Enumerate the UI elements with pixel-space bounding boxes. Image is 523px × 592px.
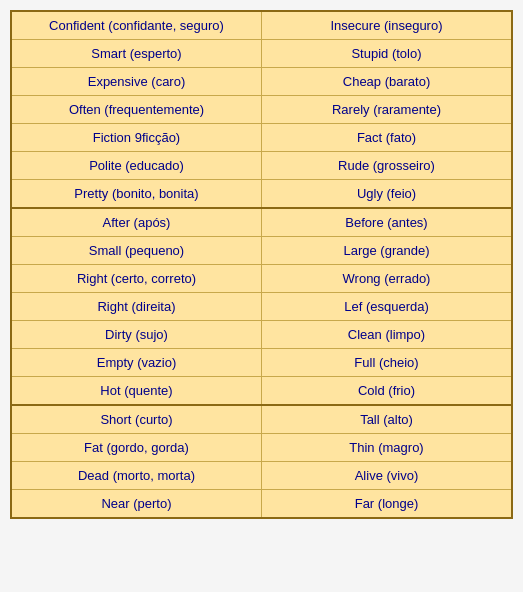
right-cell: Clean (limpo) [262, 321, 511, 348]
left-cell: Short (curto) [12, 406, 262, 433]
right-cell: Alive (vivo) [262, 462, 511, 489]
table-row: Dirty (sujo)Clean (limpo) [12, 321, 511, 349]
right-cell: Insecure (inseguro) [262, 12, 511, 39]
table-row: Near (perto)Far (longe) [12, 490, 511, 517]
right-cell: Stupid (tolo) [262, 40, 511, 67]
vocabulary-table: Confident (confidante, seguro)Insecure (… [10, 10, 513, 519]
table-row: Small (pequeno)Large (grande) [12, 237, 511, 265]
left-cell: Right (certo, correto) [12, 265, 262, 292]
right-cell: Rarely (raramente) [262, 96, 511, 123]
right-cell: Full (cheio) [262, 349, 511, 376]
left-cell: Smart (esperto) [12, 40, 262, 67]
table-row: Smart (esperto)Stupid (tolo) [12, 40, 511, 68]
table-row: Right (certo, correto)Wrong (errado) [12, 265, 511, 293]
table-row: Hot (quente)Cold (frio) [12, 377, 511, 404]
table-row: Fiction 9ficção)Fact (fato) [12, 124, 511, 152]
left-cell: Small (pequeno) [12, 237, 262, 264]
left-cell: After (após) [12, 209, 262, 236]
left-cell: Polite (educado) [12, 152, 262, 179]
right-cell: Tall (alto) [262, 406, 511, 433]
left-cell: Fat (gordo, gorda) [12, 434, 262, 461]
left-cell: Often (frequentemente) [12, 96, 262, 123]
left-cell: Confident (confidante, seguro) [12, 12, 262, 39]
left-cell: Empty (vazio) [12, 349, 262, 376]
section-1: After (após)Before (antes)Small (pequeno… [12, 209, 511, 406]
table-row: Right (direita)Lef (esquerda) [12, 293, 511, 321]
table-row: Fat (gordo, gorda)Thin (magro) [12, 434, 511, 462]
table-row: Short (curto)Tall (alto) [12, 406, 511, 434]
section-0: Confident (confidante, seguro)Insecure (… [12, 12, 511, 209]
left-cell: Near (perto) [12, 490, 262, 517]
left-cell: Expensive (caro) [12, 68, 262, 95]
section-2: Short (curto)Tall (alto)Fat (gordo, gord… [12, 406, 511, 517]
left-cell: Right (direita) [12, 293, 262, 320]
table-row: Dead (morto, morta)Alive (vivo) [12, 462, 511, 490]
left-cell: Hot (quente) [12, 377, 262, 404]
left-cell: Dirty (sujo) [12, 321, 262, 348]
table-row: Expensive (caro)Cheap (barato) [12, 68, 511, 96]
right-cell: Lef (esquerda) [262, 293, 511, 320]
table-row: Often (frequentemente)Rarely (raramente) [12, 96, 511, 124]
right-cell: Rude (grosseiro) [262, 152, 511, 179]
right-cell: Wrong (errado) [262, 265, 511, 292]
right-cell: Fact (fato) [262, 124, 511, 151]
right-cell: Cheap (barato) [262, 68, 511, 95]
left-cell: Dead (morto, morta) [12, 462, 262, 489]
table-row: Polite (educado)Rude (grosseiro) [12, 152, 511, 180]
right-cell: Far (longe) [262, 490, 511, 517]
right-cell: Before (antes) [262, 209, 511, 236]
right-cell: Thin (magro) [262, 434, 511, 461]
table-row: After (após)Before (antes) [12, 209, 511, 237]
table-row: Confident (confidante, seguro)Insecure (… [12, 12, 511, 40]
right-cell: Large (grande) [262, 237, 511, 264]
right-cell: Ugly (feio) [262, 180, 511, 207]
left-cell: Fiction 9ficção) [12, 124, 262, 151]
right-cell: Cold (frio) [262, 377, 511, 404]
table-row: Pretty (bonito, bonita)Ugly (feio) [12, 180, 511, 207]
left-cell: Pretty (bonito, bonita) [12, 180, 262, 207]
table-row: Empty (vazio)Full (cheio) [12, 349, 511, 377]
